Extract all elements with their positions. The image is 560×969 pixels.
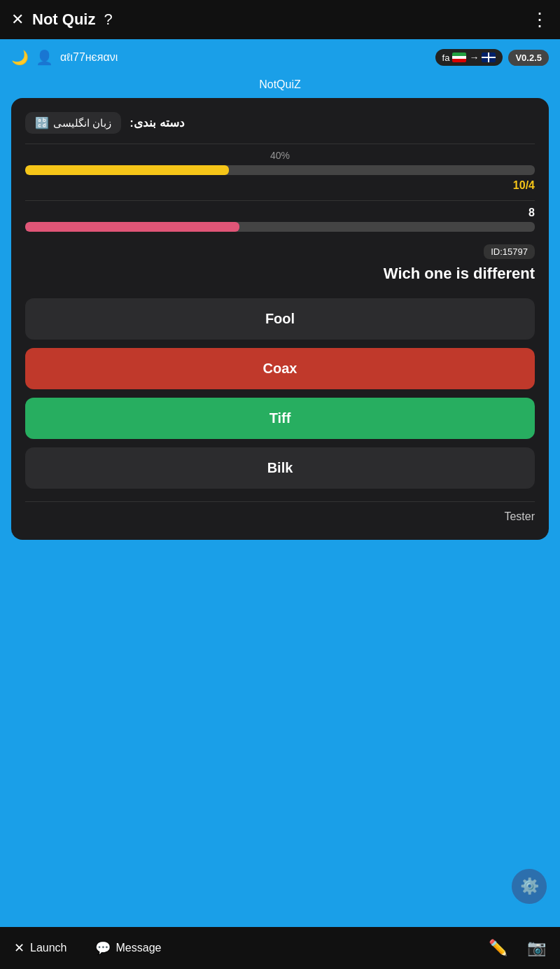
help-icon[interactable]: ? — [104, 11, 112, 29]
category-label: دسته بندی: — [130, 116, 184, 130]
progress-score-2: 8 — [25, 207, 535, 219]
launch-icon: ✕ — [14, 940, 24, 956]
bottom-navigation: ✕ Launch 💬 Message ✏️ 📷 — [0, 927, 560, 969]
user-bar: 🌙 👤 αℓι77нєяανι fa → V0.2.5 — [0, 39, 560, 76]
user-bar-left: 🌙 👤 αℓι77нєяανι — [11, 49, 118, 66]
progress-section-1: 40% 10/4 — [25, 150, 535, 192]
option-bilk[interactable]: Bilk — [25, 447, 535, 489]
category-btn-text: زبان انگلیسی — [53, 117, 111, 130]
tester-label: Tester — [504, 510, 535, 522]
bottom-area — [0, 540, 560, 736]
edit-icon[interactable]: ✏️ — [489, 939, 507, 957]
top-bar: ✕ Not Quiz ? ⋮ — [0, 0, 560, 39]
progress-section-2: 8 — [25, 207, 535, 232]
question-section: ID:15797 Wich one is different — [25, 244, 535, 283]
uk-flag-icon — [482, 53, 496, 62]
user-bar-right: fa → V0.2.5 — [435, 49, 549, 66]
option-tiff[interactable]: Tiff — [25, 398, 535, 439]
divider-1 — [25, 144, 535, 144]
option-coax[interactable]: Coax — [25, 348, 535, 389]
main-card: دسته بندی: زبان انگلیسی 🔡 40% 10/4 8 ID:… — [11, 98, 549, 540]
version-badge: V0.2.5 — [508, 50, 549, 66]
close-button[interactable]: ✕ — [11, 12, 24, 27]
progress-bar-2 — [25, 222, 535, 232]
progress-score-1: 10/4 — [25, 179, 535, 192]
progress-percent-label: 40% — [25, 150, 535, 161]
nav-message[interactable]: 💬 Message — [95, 940, 162, 956]
language-selector[interactable]: fa → — [435, 49, 503, 66]
user-avatar-icon: 👤 — [36, 49, 53, 66]
progress-bar-fill-2 — [25, 222, 239, 232]
message-icon: 💬 — [95, 940, 111, 956]
iran-flag-icon — [452, 53, 466, 62]
more-options-button[interactable]: ⋮ — [531, 9, 549, 31]
message-label: Message — [116, 942, 162, 954]
progress-bar-fill-1 — [25, 165, 229, 175]
option-fool[interactable]: Fool — [25, 298, 535, 340]
username-label: αℓι77нєяανι — [60, 51, 118, 64]
card-footer: Tester — [25, 501, 535, 523]
camera-icon[interactable]: 📷 — [527, 939, 546, 957]
settings-fab-icon: ⚙️ — [520, 877, 539, 895]
divider-2 — [25, 200, 535, 201]
nav-launch[interactable]: ✕ Launch — [14, 940, 67, 956]
question-text: Wich one is different — [25, 265, 535, 283]
app-subtitle: NotQuiZ — [259, 78, 301, 90]
options-list: Fool Coax Tiff Bilk — [25, 298, 535, 489]
nav-right-icons: ✏️ 📷 — [489, 939, 546, 957]
launch-label: Launch — [30, 942, 67, 954]
category-row: دسته بندی: زبان انگلیسی 🔡 — [25, 112, 535, 134]
progress-bar-1 — [25, 165, 535, 175]
app-title: Not Quiz — [32, 11, 95, 29]
subtitle-bar: NotQuiZ — [0, 76, 560, 98]
category-button[interactable]: زبان انگلیسی 🔡 — [25, 112, 121, 134]
settings-fab-button[interactable]: ⚙️ — [510, 867, 549, 906]
arrow-icon: → — [469, 52, 479, 63]
dark-mode-icon[interactable]: 🌙 — [11, 49, 29, 66]
question-id-badge: ID:15797 — [484, 244, 535, 259]
top-bar-left: ✕ Not Quiz ? — [11, 11, 113, 29]
category-btn-icon: 🔡 — [35, 116, 49, 130]
lang-from-label: fa — [442, 53, 450, 63]
